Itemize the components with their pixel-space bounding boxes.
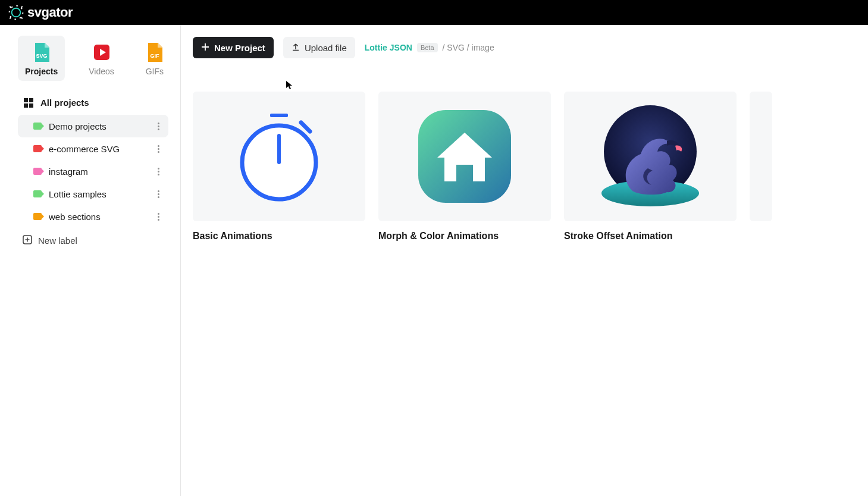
- gif-file-icon: GIF: [145, 42, 164, 63]
- sidebar-label-row[interactable]: web sections: [18, 205, 168, 228]
- label-name: Demo projects: [49, 121, 146, 131]
- upload-icon: [292, 43, 300, 53]
- project-title: Basic Animations: [193, 231, 365, 241]
- app-logo[interactable]: svgator: [8, 5, 73, 20]
- tab-videos[interactable]: Videos: [82, 36, 121, 81]
- upload-file-button[interactable]: Upload file: [283, 37, 355, 58]
- label-name: instagram: [49, 167, 146, 177]
- new-project-button[interactable]: New Project: [193, 37, 274, 58]
- tag-icon: [33, 213, 42, 220]
- plus-icon: [201, 43, 209, 53]
- sidebar-nav: All projects Demo projects e-commerce SV…: [18, 92, 168, 252]
- sidebar-label-row[interactable]: Lottie samples: [18, 183, 168, 205]
- sidebar-label-row[interactable]: instagram: [18, 160, 168, 183]
- sidebar-label-row[interactable]: e-commerce SVG: [18, 137, 168, 160]
- svg-text:GIF: GIF: [150, 53, 159, 59]
- beta-badge: Beta: [417, 43, 438, 52]
- sidebar-label-row[interactable]: Demo projects: [18, 115, 168, 137]
- project-card[interactable]: Basic Animations: [193, 92, 365, 241]
- grid-icon: [24, 98, 33, 108]
- project-title: Morph & Color Animations: [378, 231, 551, 241]
- tag-icon: [33, 168, 42, 175]
- label-name: web sections: [49, 212, 146, 222]
- upload-accepts: Lottie JSON Beta / SVG / image: [365, 43, 494, 52]
- video-file-icon: [92, 42, 111, 63]
- project-card[interactable]: Morph & Color Animations: [378, 92, 551, 241]
- nav-all-projects[interactable]: All projects: [18, 92, 168, 114]
- label-menu-button[interactable]: [153, 143, 164, 154]
- toolbar: New Project Upload file Lottie JSON Beta…: [193, 37, 868, 64]
- tab-projects[interactable]: SVG Projects: [18, 36, 65, 81]
- label-menu-button[interactable]: [153, 121, 164, 131]
- label-menu-button[interactable]: [153, 211, 164, 222]
- projects-grid: Basic Animations Morph & Color Animation…: [193, 92, 868, 241]
- accepts-rest: / SVG / image: [443, 43, 494, 52]
- nav-all-label: All projects: [40, 98, 89, 108]
- tag-icon: [33, 123, 42, 130]
- label-name: e-commerce SVG: [49, 144, 146, 154]
- logo-text: svgator: [27, 5, 73, 20]
- tab-label: Projects: [25, 67, 58, 76]
- svg-line-7: [301, 123, 310, 131]
- project-thumbnail[interactable]: [193, 92, 365, 221]
- plus-square-icon: [23, 235, 32, 246]
- button-label: Upload file: [305, 43, 347, 53]
- new-label-text: New label: [38, 236, 77, 246]
- tag-icon: [33, 190, 42, 197]
- tab-label: GIFs: [146, 67, 164, 76]
- top-bar: svgator: [0, 0, 868, 25]
- label-menu-button[interactable]: [153, 189, 164, 199]
- svg-file-icon: SVG: [32, 42, 51, 63]
- tab-gifs[interactable]: GIF GIFs: [138, 36, 171, 81]
- button-label: New Project: [214, 43, 265, 53]
- project-thumbnail[interactable]: [564, 92, 737, 221]
- project-card[interactable]: Stroke Offset Animation: [564, 92, 737, 241]
- logo-mark-icon: [8, 5, 24, 20]
- new-label-button[interactable]: New label: [18, 229, 168, 252]
- svg-rect-6: [270, 114, 288, 117]
- main: New Project Upload file Lottie JSON Beta…: [181, 25, 868, 496]
- label-menu-button[interactable]: [153, 166, 164, 177]
- tab-label: Videos: [89, 67, 114, 76]
- svg-text:SVG: SVG: [36, 53, 47, 59]
- label-name: Lottie samples: [49, 189, 146, 199]
- lottie-json-label: Lottie JSON: [365, 43, 412, 52]
- project-thumbnail[interactable]: [378, 92, 551, 221]
- sidebar-tabs: SVG Projects Videos: [18, 36, 168, 81]
- tag-icon: [33, 145, 42, 152]
- project-card-peek[interactable]: [750, 92, 772, 221]
- svg-point-0: [12, 8, 21, 17]
- sidebar: SVG Projects Videos: [0, 25, 181, 496]
- project-title: Stroke Offset Animation: [564, 231, 737, 241]
